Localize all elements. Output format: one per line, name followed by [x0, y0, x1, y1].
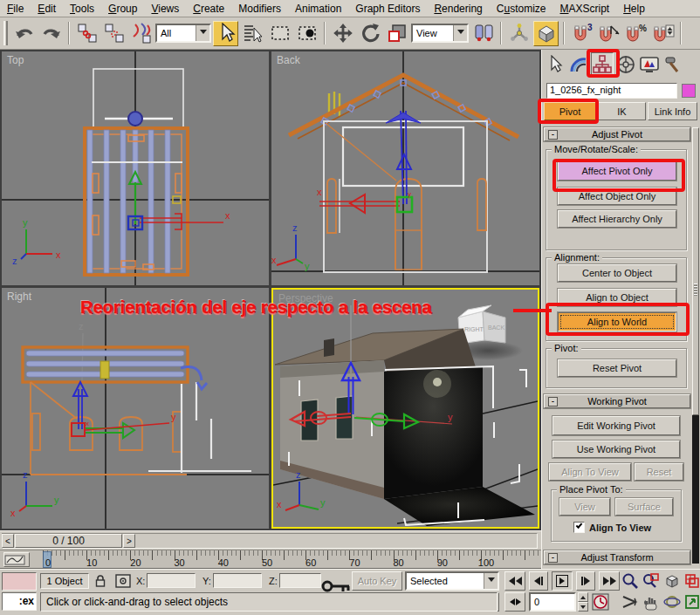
- key-filter-set-combo[interactable]: Selected: [405, 571, 499, 591]
- tab-ik[interactable]: IK: [598, 102, 646, 120]
- tab-create[interactable]: [544, 52, 566, 77]
- zoom-all-button[interactable]: [642, 571, 662, 591]
- y-coord-field[interactable]: [213, 573, 262, 588]
- tab-utilities[interactable]: [662, 52, 684, 77]
- use-pivot-point-center-button[interactable]: [470, 21, 496, 46]
- absolute-offset-mode-toggle[interactable]: [115, 573, 134, 589]
- bind-to-spacewarp-button[interactable]: [128, 21, 154, 46]
- go-to-end-button[interactable]: [599, 571, 620, 591]
- menu-customize[interactable]: Customize: [490, 1, 553, 17]
- current-frame-field[interactable]: 0: [529, 592, 576, 612]
- menu-maxscript[interactable]: MAXScript: [553, 1, 617, 17]
- menu-graph-editors[interactable]: Graph Editors: [348, 1, 427, 17]
- redo-button[interactable]: [38, 21, 64, 46]
- menu-views[interactable]: Views: [144, 1, 186, 17]
- window-crossing-toggle-button[interactable]: [294, 21, 319, 46]
- go-to-start-button[interactable]: [504, 571, 525, 591]
- viewport-right[interactable]: Right z: [2, 288, 269, 529]
- rollout-adjust-pivot[interactable]: - Adjust Pivot: [544, 127, 690, 141]
- menu-edit[interactable]: Edit: [31, 1, 63, 17]
- rollout-adjust-transform[interactable]: - Adjust Transform: [544, 550, 690, 564]
- center-to-object-button[interactable]: Center to Object: [558, 264, 676, 282]
- tab-display[interactable]: [638, 52, 661, 77]
- track-bar[interactable]: 0102030405060708090100: [0, 550, 541, 569]
- reset-working-pivot-button[interactable]: Reset: [635, 463, 683, 481]
- reference-coordinate-dropdown[interactable]: [453, 25, 467, 41]
- menu-animation[interactable]: Animation: [288, 1, 348, 17]
- collapse-icon[interactable]: -: [548, 553, 558, 563]
- select-and-manipulate-button[interactable]: [506, 21, 532, 46]
- select-and-rotate-button[interactable]: [357, 21, 382, 46]
- viewport-top[interactable]: Top: [2, 51, 269, 285]
- reference-coordinate-combo[interactable]: View: [411, 24, 469, 43]
- menu-help[interactable]: Help: [616, 1, 652, 17]
- menu-group[interactable]: Group: [101, 1, 144, 17]
- viewport-back[interactable]: Back: [271, 51, 539, 285]
- previous-frame-button[interactable]: [529, 571, 548, 591]
- collapse-icon[interactable]: -: [548, 130, 558, 140]
- rectangular-selection-region-button[interactable]: [267, 21, 292, 46]
- play-button[interactable]: [552, 571, 573, 591]
- angle-snap-toggle-button[interactable]: [596, 21, 621, 46]
- unlink-selection-button[interactable]: [101, 21, 127, 46]
- menu-create[interactable]: Create: [186, 1, 231, 17]
- align-to-view-button[interactable]: Align To View: [549, 463, 631, 481]
- snaps-cube-toggle-button[interactable]: [533, 21, 559, 46]
- selection-filter-combo[interactable]: All: [155, 24, 211, 43]
- maxscript-listener-input[interactable]: :ex: [2, 592, 37, 611]
- selection-filter-dropdown[interactable]: [196, 25, 209, 41]
- auto-key-button[interactable]: Auto Key: [352, 571, 402, 591]
- menu-file[interactable]: File: [0, 1, 31, 17]
- select-object-button[interactable]: [213, 21, 238, 46]
- time-slider-prev-button[interactable]: <: [2, 534, 14, 548]
- select-and-move-button[interactable]: [330, 21, 355, 46]
- rollout-working-pivot[interactable]: - Working Pivot: [544, 394, 690, 408]
- panel-scrollbar-thumb[interactable]: [692, 127, 699, 415]
- reset-pivot-button[interactable]: Reset Pivot: [558, 359, 676, 377]
- track-bar-ruler[interactable]: [35, 550, 539, 570]
- select-and-link-button[interactable]: [74, 21, 100, 46]
- place-pivot-view-button[interactable]: View: [559, 498, 610, 516]
- clipped-edge-button[interactable]: [686, 21, 695, 46]
- key-filter-dropdown[interactable]: [484, 573, 498, 589]
- zoom-extents-button[interactable]: [663, 571, 683, 591]
- object-color-swatch[interactable]: [682, 84, 696, 98]
- zoom-view-button[interactable]: [621, 571, 641, 591]
- undo-button[interactable]: [11, 21, 37, 46]
- menu-tools[interactable]: Tools: [63, 1, 101, 17]
- zoom-extents-all-button[interactable]: [684, 571, 700, 591]
- use-working-pivot-button[interactable]: Use Working Pivot: [552, 441, 680, 458]
- menu-rendering[interactable]: Rendering: [427, 1, 489, 17]
- field-of-view-button[interactable]: [621, 592, 641, 612]
- mini-curve-editor-button[interactable]: [3, 552, 30, 567]
- toolbar-grip[interactable]: [3, 21, 8, 45]
- affect-hierarchy-only-button[interactable]: Affect Hierarchy Only: [558, 210, 676, 228]
- align-to-view-checkbox[interactable]: [573, 522, 585, 533]
- time-configuration-button[interactable]: [592, 592, 613, 612]
- pan-view-button[interactable]: [642, 592, 662, 612]
- select-and-scale-button[interactable]: [384, 21, 409, 46]
- frame-spinner[interactable]: [578, 592, 588, 612]
- min-max-toggle-button[interactable]: [684, 592, 700, 612]
- object-name-field[interactable]: 1_0256_fx_night: [546, 83, 677, 99]
- selection-lock-toggle[interactable]: [94, 573, 112, 589]
- menu-modifiers[interactable]: Modifiers: [231, 1, 288, 17]
- panel-scrollbar[interactable]: [692, 127, 699, 564]
- snap-toggle-3d-button[interactable]: 3: [569, 21, 594, 46]
- next-frame-button[interactable]: [576, 571, 595, 591]
- x-coord-field[interactable]: [147, 573, 196, 588]
- key-mode-toggle-button[interactable]: [504, 592, 525, 612]
- select-by-name-button[interactable]: [240, 21, 265, 46]
- arc-rotate-button[interactable]: [663, 592, 683, 612]
- time-slider-next-button[interactable]: >: [123, 534, 135, 548]
- time-slider-handle[interactable]: 0 / 100: [15, 534, 122, 548]
- maxscript-listener-pink[interactable]: [2, 572, 37, 591]
- percent-snap-toggle-button[interactable]: %: [623, 21, 649, 46]
- edit-working-pivot-button[interactable]: Edit Working Pivot: [552, 416, 680, 435]
- viewport-perspective[interactable]: Perspective: [271, 288, 539, 529]
- place-pivot-surface-button[interactable]: Surface: [615, 498, 673, 516]
- z-coord-field[interactable]: [279, 573, 321, 588]
- collapse-icon[interactable]: -: [548, 397, 558, 407]
- spinner-snap-toggle-button[interactable]: [650, 21, 676, 46]
- tab-link-info[interactable]: Link Info: [648, 102, 697, 120]
